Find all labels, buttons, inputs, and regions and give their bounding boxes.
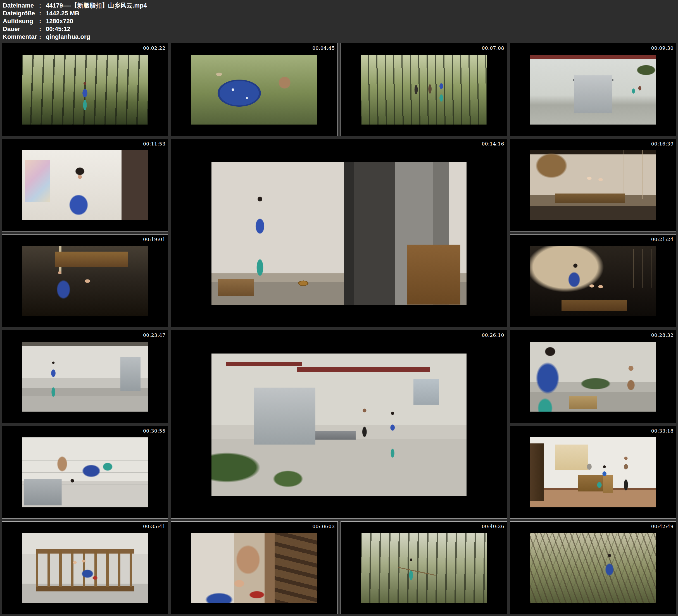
resolution-row: Auflösung:1280x720 [3,17,147,25]
file-name-label: Dateiname [3,2,39,9]
timestamp-label: 00:40:26 [482,524,504,529]
thumbnail-image [22,342,148,412]
duration-row: Dauer:00:45:12 [3,25,147,33]
thumbnail-image [22,437,148,507]
timestamp-label: 00:28:32 [651,332,674,338]
resolution-label: Auflösung [3,17,39,25]
thumbnail-grid: 00:02:2200:04:4500:07:0800:09:3000:11:53… [2,43,676,614]
thumbnail-cell[interactable]: 00:30:55 [2,426,168,519]
timestamp-label: 00:07:08 [482,45,504,51]
thumbnail-cell[interactable]: 00:28:32 [510,330,676,423]
thumbnail-cell[interactable]: 00:19:01 [2,234,168,327]
separator: : [39,2,46,9]
timestamp-label: 00:09:30 [651,45,674,51]
file-info-header: Dateiname:44179----【新胭脂扣】山乡风云.mp4 Dateig… [3,2,147,41]
thumbnail-cell[interactable]: 00:09:30 [510,43,676,136]
thumbnail-cell[interactable]: 00:07:08 [341,43,507,136]
file-size-value: 1442.25 MB [46,9,79,17]
separator: : [39,9,46,17]
timestamp-label: 00:35:41 [143,524,165,529]
thumbnail-image [361,533,487,603]
separator: : [39,33,46,41]
thumbnail-cell[interactable]: 00:04:45 [171,43,337,136]
thumbnail-image [530,533,656,603]
comment-value: qinglanhua.org [46,33,90,41]
timestamp-label: 00:21:24 [651,236,674,242]
thumbnail-image [361,55,487,125]
thumbnail-image [530,437,656,507]
thumbnail-cell[interactable]: 00:42:49 [510,521,676,614]
thumbnail-cell[interactable]: 00:40:26 [341,521,507,614]
timestamp-label: 00:04:45 [312,45,335,51]
timestamp-label: 00:38:03 [312,524,335,529]
timestamp-label: 00:23:47 [143,332,165,338]
thumbnail-image [530,342,656,412]
timestamp-label: 00:02:22 [143,45,165,51]
thumbnail-image [22,246,148,316]
file-name-row: Dateiname:44179----【新胭脂扣】山乡风云.mp4 [3,2,147,9]
comment-label: Kommentar [3,33,39,41]
timestamp-label: 00:19:01 [143,236,165,242]
thumbnail-image [22,55,148,125]
separator: : [39,17,46,25]
thumbnail-cell[interactable]: 00:16:39 [510,139,676,232]
timestamp-label: 00:42:49 [651,524,674,529]
resolution-value: 1280x720 [46,17,73,25]
timestamp-label: 00:30:55 [143,428,165,434]
thumbnail-cell[interactable]: 00:21:24 [510,234,676,327]
thumbnail-cell[interactable]: 00:14:16 [171,139,507,327]
duration-label: Dauer [3,25,39,33]
thumbnail-image [212,162,466,304]
thumbnail-image [530,55,656,125]
file-name-value: 44179----【新胭脂扣】山乡风云.mp4 [46,2,147,9]
file-size-row: Dateigröße:1442.25 MB [3,9,147,17]
thumbnail-image [530,150,656,220]
timestamp-label: 00:11:53 [143,141,165,147]
timestamp-label: 00:26:10 [482,332,504,338]
thumbnail-image [22,533,148,603]
duration-value: 00:45:12 [46,25,70,33]
thumbnail-image [530,246,656,316]
timestamp-label: 00:16:39 [651,141,674,147]
comment-row: Kommentar:qinglanhua.org [3,33,147,41]
thumbnail-cell[interactable]: 00:26:10 [171,330,507,518]
thumbnail-cell[interactable]: 00:33:18 [510,426,676,519]
thumbnail-image [191,533,317,603]
thumbnail-image [212,353,466,496]
separator: : [39,25,46,33]
thumbnail-cell[interactable]: 00:23:47 [2,330,168,423]
thumbnail-cell[interactable]: 00:38:03 [171,521,337,614]
file-size-label: Dateigröße [3,9,39,17]
timestamp-label: 00:14:16 [482,141,504,147]
thumbnail-image [22,150,148,220]
timestamp-label: 00:33:18 [651,428,674,434]
thumbnail-cell[interactable]: 00:35:41 [2,521,168,614]
thumbnail-cell[interactable]: 00:11:53 [2,139,168,232]
thumbnail-cell[interactable]: 00:02:22 [2,43,168,136]
thumbnail-image [191,55,317,125]
